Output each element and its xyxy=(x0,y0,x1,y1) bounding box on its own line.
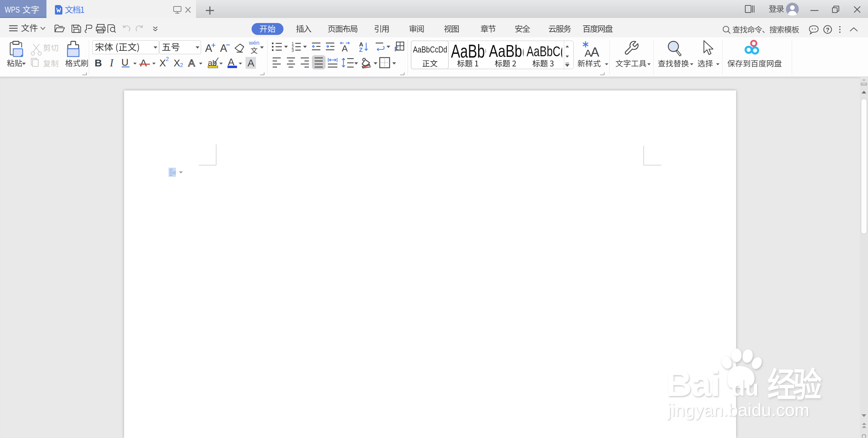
svg-text:?: ? xyxy=(826,27,829,33)
svg-text:A: A xyxy=(585,47,591,58)
svg-text:A: A xyxy=(591,45,599,58)
